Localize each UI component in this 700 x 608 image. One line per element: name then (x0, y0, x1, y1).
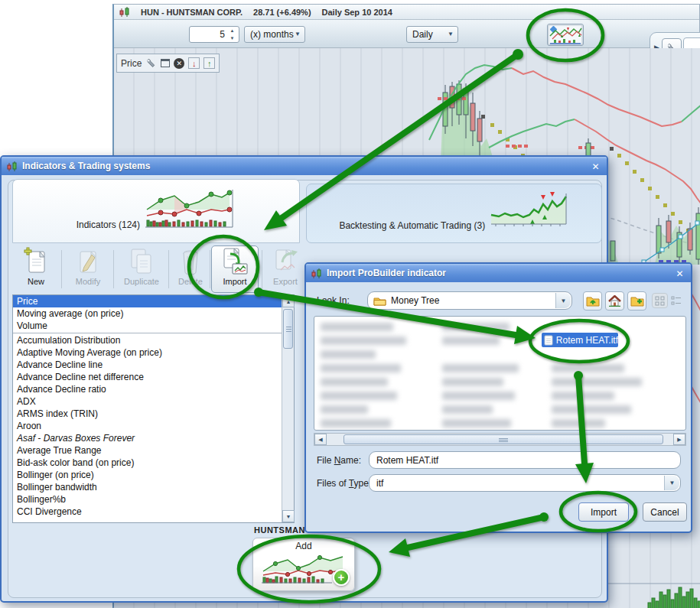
instrument-label: HUNTSMAN (254, 525, 305, 535)
chevron-down-icon[interactable]: ▼ (555, 293, 571, 308)
import-confirm-button[interactable]: Import (578, 502, 629, 522)
screen: HUN - HUNTSMAN CORP. 28.71 (+6.49%) Dail… (0, 0, 700, 608)
export-button[interactable]: Export (263, 247, 308, 293)
price-window-icon[interactable] (161, 59, 170, 67)
new-document-icon (23, 247, 49, 276)
list-item[interactable]: Accumulation Distribution (13, 334, 294, 346)
list-item[interactable]: Adaptive Moving Average (on price) (13, 346, 294, 359)
price-move-up-icon[interactable]: ↑ (203, 57, 215, 69)
files-of-type-value: itf (376, 478, 383, 489)
home-button[interactable] (605, 291, 624, 311)
list-item[interactable]: Asaf - Darvas Boxes Forever (13, 432, 294, 444)
files-of-type-label: Files of Type: (317, 478, 371, 489)
timeframe-dropdown[interactable]: Daily ▼ (406, 26, 458, 43)
indicators-chart-button[interactable] (547, 24, 584, 46)
selected-file-item[interactable]: Rotem HEAT.itf (542, 333, 618, 347)
spinner-buttons[interactable]: ▲ ▼ (227, 28, 237, 41)
file-list-hscrollbar[interactable]: ◀ ▶ (314, 433, 686, 446)
modify-pencil-icon (75, 247, 101, 276)
list-item[interactable]: CCI Divergence (13, 506, 294, 518)
chevron-down-icon[interactable]: ▼ (664, 476, 679, 490)
export-indicator-icon (272, 247, 299, 276)
tab-indicators-label: Indicators (124) (77, 219, 140, 230)
price-move-down-icon[interactable]: ↓ (188, 57, 200, 69)
scroll-down-icon[interactable]: ▼ (282, 510, 295, 522)
modify-button-label: Modify (66, 277, 110, 286)
spin-up-icon[interactable]: ▲ (227, 28, 237, 34)
scroll-left-icon[interactable]: ◀ (314, 434, 327, 445)
file-list[interactable]: Rotem HEAT.itf (314, 316, 686, 431)
list-item-selected[interactable]: Price (13, 295, 294, 307)
hscrollbar-thumb[interactable] (343, 434, 663, 444)
backtesting-tab-thumbnail-icon (488, 190, 569, 229)
list-item[interactable]: Bollinger (on price) (13, 469, 294, 481)
list-item[interactable]: Moving average (on price) (13, 307, 294, 320)
price-panel-label: Price (121, 58, 142, 69)
import-button-label: Import (213, 277, 257, 286)
indicators-dialog-titlebar[interactable]: Indicators & Trading systems (2, 157, 607, 175)
import-dialog-titlebar[interactable]: Import ProBuilder indicator (306, 264, 691, 282)
scrollbar-thumb[interactable] (283, 309, 293, 349)
scroll-right-icon[interactable]: ▶ (673, 434, 685, 445)
list-item[interactable]: Bollinger bandwidth (13, 481, 294, 493)
periods-spinner[interactable]: 5 ▲ ▼ (189, 26, 239, 43)
list-view-icon (671, 296, 682, 306)
folder-up-icon (586, 295, 600, 307)
delete-button[interactable]: Delete (170, 247, 211, 293)
price-settings-wrench-icon[interactable] (145, 57, 157, 69)
tab-backtesting[interactable]: Backtesting & Automatic Trading (3) (306, 184, 602, 243)
close-icon[interactable]: ✕ (589, 160, 602, 173)
spin-down-icon[interactable]: ▼ (227, 35, 237, 41)
tab-indicators[interactable]: Indicators (124) (12, 179, 300, 243)
look-in-combo[interactable]: Money Tree ▼ (367, 291, 572, 310)
import-button[interactable]: Import (213, 247, 257, 293)
import-dialog-title: Import ProBuilder indicator (327, 268, 446, 278)
price-close-icon[interactable]: ✕ (174, 58, 184, 69)
export-button-label: Export (263, 277, 308, 286)
instrument-session: Daily Sep 10 2014 (322, 8, 392, 17)
modify-button[interactable]: Modify (66, 247, 110, 293)
duplicate-button[interactable]: Duplicate (118, 247, 165, 293)
files-of-type-combo[interactable]: itf ▼ (369, 474, 681, 492)
duplicate-documents-icon (129, 247, 155, 276)
indicators-dialog-title: Indicators & Trading systems (22, 161, 150, 171)
list-item[interactable]: Bollinger%b (13, 493, 294, 506)
list-item[interactable]: Advance Decline line (13, 359, 294, 371)
price-panel-toolbar: Price ✕ ↓ ↑ (116, 54, 220, 73)
folder-icon (373, 296, 386, 306)
scroll-up-icon[interactable]: ▲ (282, 295, 295, 307)
candles-logo-icon (6, 161, 18, 172)
period-unit-dropdown[interactable]: (x) months ▼ (244, 26, 305, 43)
trash-icon (177, 247, 203, 276)
import-indicator-icon (221, 247, 249, 276)
list-item[interactable]: Bid-ask color band (on price) (13, 457, 294, 469)
look-in-value: Money Tree (391, 295, 439, 306)
file-name-input[interactable]: Rotem HEAT.itf (369, 451, 681, 469)
add-button-label: Add (295, 541, 311, 551)
indicator-list[interactable]: Price Moving average (on price) Volume A… (12, 294, 295, 523)
list-item[interactable]: Average True Range (13, 444, 294, 457)
candles-logo-icon (311, 268, 322, 279)
list-separator (13, 333, 294, 333)
period-unit-value: (x) months (250, 29, 294, 40)
list-scrollbar[interactable]: ▲ ▼ (282, 295, 294, 522)
look-in-label: Look In: (317, 295, 350, 306)
list-view-toggle[interactable] (669, 293, 683, 308)
timeframe-value: Daily (412, 29, 433, 40)
grid-view-toggle[interactable] (652, 293, 668, 308)
add-indicator-button[interactable]: Add + (252, 538, 355, 591)
new-folder-button[interactable] (627, 291, 646, 311)
new-button[interactable]: New (14, 247, 58, 293)
list-item[interactable]: Advance Decline net difference (13, 371, 294, 383)
indicators-tab-thumbnail-icon (142, 187, 236, 228)
instrument-title: HUN - HUNTSMAN CORP. (141, 8, 243, 17)
list-item[interactable]: Aroon (13, 420, 294, 432)
cancel-button[interactable]: Cancel (643, 502, 687, 522)
list-item[interactable]: Volume (13, 320, 294, 332)
close-icon[interactable]: ✕ (673, 267, 686, 280)
list-item[interactable]: ARMS index (TRIN) (13, 408, 294, 420)
list-item[interactable]: Advance Decline ratio (13, 383, 294, 395)
list-item[interactable]: ADX (13, 395, 294, 408)
up-folder-button[interactable] (583, 291, 602, 311)
periods-value: 5 (220, 29, 225, 40)
